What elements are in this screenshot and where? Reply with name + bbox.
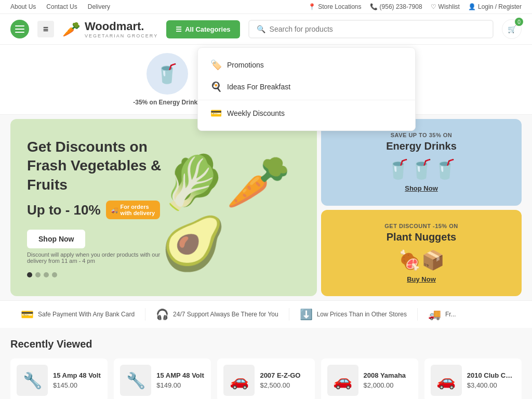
product-price-3: $2,000.00 xyxy=(364,381,406,389)
product-name-2: 2007 E-Z-GO xyxy=(260,371,300,379)
recently-viewed-section: Recently Viewed 🔧 15 Amp 48 Volt $145.00… xyxy=(0,328,532,399)
dropdown-item-promotions[interactable]: 🏷️ Promotions xyxy=(198,54,415,76)
hero-discount: Up to - 10% 🚚 For orders with delivery xyxy=(27,201,172,219)
grid-icon: ☰ xyxy=(176,25,182,33)
product-card-3[interactable]: 🚗 2008 Yamaha $2,000.00 xyxy=(321,358,418,399)
product-card-0[interactable]: 🔧 15 Amp 48 Volt $145.00 xyxy=(10,358,108,399)
dropdown-item-weekly[interactable]: 💳 Weekly Discounts xyxy=(198,102,415,124)
promo-images-plant: 🍖📦 xyxy=(398,249,445,271)
category-circle-energy: 🥤 xyxy=(147,53,188,95)
product-img-3: 🚗 xyxy=(327,365,358,396)
hero-dot-4[interactable] xyxy=(52,272,57,277)
product-card-2[interactable]: 🚗 2007 E-Z-GO $2,500.00 xyxy=(217,358,314,399)
logo-icon: 🥕 xyxy=(62,21,81,38)
top-bar: About Us Contact Us Delivery 📍 Store Loc… xyxy=(0,0,532,14)
promo-card-plant: GET DISCOUNT -15% ON Plant Nuggets 🍖📦 Bu… xyxy=(321,210,522,297)
cart-badge: 0 xyxy=(515,18,523,26)
about-us-link[interactable]: About Us xyxy=(10,3,36,10)
store-locations[interactable]: 📍 Store Locations xyxy=(308,3,361,10)
product-name-1: 15 AMP 48 Volt xyxy=(156,371,204,379)
product-price-4: $3,400.00 xyxy=(467,381,515,389)
location-icon: 📍 xyxy=(308,3,316,10)
sidebar-icon[interactable]: ≡ xyxy=(37,21,54,37)
product-img-1: 🔧 xyxy=(120,365,151,396)
shipping-icon: 🚚 xyxy=(428,308,441,321)
dropdown-menu: 🏷️ Promotions 🍳 Ideas For Breakfast 💳 We… xyxy=(197,47,416,131)
categories-button[interactable]: ☰ All Categories xyxy=(166,20,240,38)
search-icon: 🔍 xyxy=(257,25,265,33)
support-icon: 🎧 xyxy=(156,308,169,321)
recently-viewed-title: Recently Viewed xyxy=(10,338,522,350)
hero-side-cards: SAVE UP TO 35% ON Energy Drinks 🥤🥤🥤 Shop… xyxy=(321,119,522,296)
login-link[interactable]: 👤 Login / Register xyxy=(468,3,522,10)
hero-small-text: Discount will apply when you order produ… xyxy=(27,251,172,264)
top-bar-links: About Us Contact Us Delivery xyxy=(10,3,110,10)
product-name-0: 15 Amp 48 Volt xyxy=(53,371,101,379)
cart-icon: 🛒 xyxy=(508,25,516,33)
logo-subtitle: VEGETARIAN GROCERY xyxy=(85,33,158,38)
phone[interactable]: 📞 (956) 238-7908 xyxy=(370,3,422,10)
product-price-1: $149.00 xyxy=(156,381,204,389)
promo-buy-link-plant[interactable]: Buy Now xyxy=(407,275,436,283)
promo-shop-link-energy[interactable]: Shop Now xyxy=(405,184,438,192)
benefit-payment: 💳 Safe Payment With Any Bank Card xyxy=(10,308,145,321)
product-price-2: $2,500.00 xyxy=(260,381,300,389)
product-img-4: 🚗 xyxy=(431,365,462,396)
search-bar: 🔍 xyxy=(248,20,494,38)
user-icon: 👤 xyxy=(468,3,476,10)
hero-section: Get Discounts on Frash Vegetables & Frui… xyxy=(0,115,532,300)
payment-icon: 💳 xyxy=(21,308,34,321)
hero-title: Get Discounts on Frash Vegetables & Frui… xyxy=(27,138,172,194)
header-right: 🛒 0 xyxy=(502,19,522,39)
cart-button[interactable]: 🛒 0 xyxy=(502,19,522,39)
delivery-badge: 🚚 For orders with delivery xyxy=(106,201,161,219)
top-bar-right: 📍 Store Locations 📞 (956) 238-7908 ♡ Wis… xyxy=(308,3,522,10)
benefits-bar: 💳 Safe Payment With Any Bank Card 🎧 24/7… xyxy=(0,300,532,328)
promo-card-energy: SAVE UP TO 35% ON Energy Drinks 🥤🥤🥤 Shop… xyxy=(321,119,522,206)
benefit-free-shipping: 🚚 Fr... xyxy=(418,308,467,321)
products-row: 🔧 15 Amp 48 Volt $145.00 🔧 15 AMP 48 Vol… xyxy=(10,358,522,399)
product-card-4[interactable]: 🚗 2010 Club Car® $3,400.00 xyxy=(424,358,522,399)
promo-product-plant: Plant Nuggets xyxy=(387,231,456,243)
hero-vegetable-image: 🥬🥕🥑 xyxy=(161,129,307,296)
product-card-1[interactable]: 🔧 15 AMP 48 Volt $149.00 xyxy=(114,358,211,399)
dropdown-divider xyxy=(198,100,415,100)
promo-save-label-plant: GET DISCOUNT -15% ON xyxy=(384,223,458,229)
logo[interactable]: 🥕 Woodmart. VEGETARIAN GROCERY xyxy=(62,20,158,38)
search-input[interactable] xyxy=(270,25,485,33)
benefit-low-prices: ⬇️ Low Prices Than in Other Stores xyxy=(289,308,418,321)
promo-save-label-energy: SAVE UP TO 35% ON xyxy=(391,132,453,138)
category-item-energy[interactable]: 🥤 -35% on Energy Drinks xyxy=(133,53,201,106)
product-name-3: 2008 Yamaha xyxy=(364,371,406,379)
benefit-support-text: 24/7 Support Always Be There for You xyxy=(173,311,278,318)
weekly-icon: 💳 xyxy=(210,108,222,119)
hero-shop-button[interactable]: Shop Now xyxy=(27,230,85,248)
phone-icon: 📞 xyxy=(370,3,378,10)
product-price-0: $145.00 xyxy=(53,381,101,389)
contact-us-link[interactable]: Contact Us xyxy=(46,3,77,10)
hero-dot-2[interactable] xyxy=(35,272,41,277)
product-name-4: 2010 Club Car® xyxy=(467,371,515,379)
hero-dot-1[interactable] xyxy=(27,272,32,277)
promo-images-energy: 🥤🥤🥤 xyxy=(387,158,457,180)
ideas-icon: 🍳 xyxy=(210,81,222,92)
wishlist-link[interactable]: ♡ Wishlist xyxy=(431,3,460,10)
product-img-0: 🔧 xyxy=(17,365,48,396)
benefit-payment-text: Safe Payment With Any Bank Card xyxy=(38,311,135,318)
product-img-2: 🚗 xyxy=(223,365,255,396)
delivery-link[interactable]: Delivery xyxy=(88,3,110,10)
promotions-icon: 🏷️ xyxy=(210,59,222,71)
header: ≡ 🥕 Woodmart. VEGETARIAN GROCERY ☰ All C… xyxy=(0,14,532,45)
benefit-shipping-text: Fr... xyxy=(445,311,456,318)
benefit-support: 🎧 24/7 Support Always Be There for You xyxy=(145,308,289,321)
price-icon: ⬇️ xyxy=(300,308,313,321)
heart-icon: ♡ xyxy=(431,3,436,10)
benefit-price-text: Low Prices Than in Other Stores xyxy=(317,311,407,318)
hero-main-banner: Get Discounts on Frash Vegetables & Frui… xyxy=(10,119,317,296)
dropdown-item-ideas[interactable]: 🍳 Ideas For Breakfast xyxy=(198,76,415,98)
hero-dot-3[interactable] xyxy=(44,272,49,277)
logo-title: Woodmart. xyxy=(85,20,158,33)
promo-product-energy: Energy Drinks xyxy=(386,140,457,152)
hamburger-menu[interactable] xyxy=(10,20,29,38)
category-label-energy: -35% on Energy Drinks xyxy=(133,99,201,106)
